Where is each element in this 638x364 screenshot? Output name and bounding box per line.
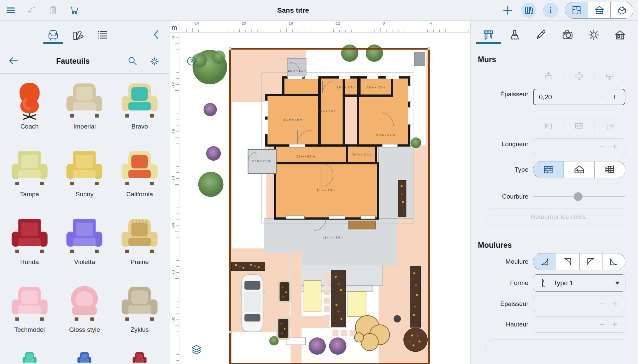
molding-thickness-field[interactable]: − +: [533, 296, 625, 312]
active-tab-underline: [43, 42, 63, 44]
anchor-left-button[interactable]: [533, 119, 564, 133]
info-icon: i: [546, 5, 556, 15]
wall-align-segment: [533, 69, 625, 83]
view-3d-button[interactable]: [610, 2, 633, 18]
search-icon: [127, 56, 138, 67]
molding-crown-right-button[interactable]: [556, 253, 579, 270]
chair-item[interactable]: Zyklus: [112, 280, 167, 347]
view-2d-plan-button[interactable]: [565, 2, 588, 18]
layers-button[interactable]: [191, 344, 202, 355]
molding-height-field[interactable]: − +: [533, 316, 625, 333]
molding-base-left-button[interactable]: [602, 253, 625, 270]
room-dimension-label: 4,9 m × 5,4 m: [317, 110, 336, 113]
wall-type-custom-button[interactable]: [594, 161, 625, 178]
inspector-tabbar: [471, 21, 638, 49]
chair-item[interactable]: Bravo: [112, 76, 167, 144]
length-decrement-button[interactable]: −: [596, 142, 608, 151]
chair-item[interactable]: Imperial: [57, 76, 112, 144]
chair-label: California: [126, 191, 153, 198]
chair-thumbnail: [7, 283, 52, 324]
chair-thumbnail: [7, 215, 52, 256]
cart-button[interactable]: [68, 4, 81, 17]
align-wall-top-button[interactable]: [533, 69, 564, 83]
walls-heading: Murs: [478, 55, 638, 64]
swatch-fan-icon: [71, 28, 84, 42]
align-wall-center-button[interactable]: [564, 69, 594, 83]
chair-label: Coach: [20, 123, 39, 130]
chair-label: Bravo: [131, 123, 148, 130]
wall-type-straight-button[interactable]: [533, 161, 564, 178]
align-wall-bottom-button[interactable]: [594, 69, 625, 83]
chair-thumbnail: [62, 215, 107, 256]
molding-shape-select[interactable]: Type 1: [533, 274, 625, 292]
vertical-ruler: -8-12-16-20-24-28-32: [169, 33, 179, 364]
list-tab[interactable]: [95, 26, 110, 44]
room-dimension-label: 9,1 m × 4,3 m: [316, 189, 335, 192]
length-increment-button[interactable]: +: [608, 142, 621, 151]
molding-height-decrement-button[interactable]: −: [596, 320, 608, 329]
chair-item[interactable]: Ronda: [2, 212, 57, 280]
document-title: Sans titre: [277, 0, 309, 21]
molding-position-segment: [533, 253, 625, 270]
chair-thumbnail: [7, 351, 52, 364]
plan-2d-icon: [571, 5, 582, 16]
thickness-decrement-button[interactable]: −: [595, 93, 608, 102]
molding-thickness-increment-button[interactable]: +: [608, 300, 621, 309]
library-button[interactable]: [521, 3, 536, 18]
catalog-settings-button[interactable]: [148, 55, 161, 68]
add-button[interactable]: [501, 4, 514, 17]
molding-thickness-decrement-button[interactable]: −: [596, 300, 608, 309]
sun-tab[interactable]: [585, 26, 603, 44]
chair-item[interactable]: Gloss style: [57, 280, 112, 347]
top-toolbar: Sans titre i: [0, 0, 638, 21]
molding-baseboard-button[interactable]: [533, 253, 556, 270]
undo-icon: [27, 5, 37, 16]
chair-label: Violetta: [74, 258, 95, 266]
chair-thumbnail: [62, 283, 107, 324]
curvature-slider[interactable]: [533, 192, 625, 201]
chair-label: Techmodel: [14, 326, 45, 333]
wall-thickness-field[interactable]: 0,20 − +: [533, 89, 625, 105]
floor-plan-viewport[interactable]: 4,1 m × 3,9 m4,9 m × 5,4 m1,8 m × 1,3 m1…: [179, 33, 470, 364]
help-button[interactable]: ?: [187, 56, 196, 66]
house-tab[interactable]: [611, 26, 629, 44]
anchor-center-button[interactable]: [564, 119, 594, 133]
molding-crown-left-button[interactable]: [579, 253, 602, 270]
molding-height-increment-button[interactable]: +: [608, 320, 621, 329]
pencil-tab[interactable]: [532, 26, 550, 44]
slider-thumb[interactable]: [574, 192, 583, 201]
furniture-tab[interactable]: [46, 26, 60, 44]
chair-thumbnail: [117, 283, 162, 324]
thickness-increment-button[interactable]: +: [608, 93, 621, 102]
chair-item[interactable]: Tampa: [2, 144, 57, 212]
room-dimension-label: 11,4 m × 9,6 m: [323, 236, 343, 239]
chair-item[interactable]: [2, 347, 57, 364]
clipped-bottom-button[interactable]: [485, 339, 631, 353]
measure-tab[interactable]: [479, 26, 497, 44]
catalog-tabbar: [0, 21, 169, 49]
chair-item[interactable]: Coach: [2, 76, 57, 144]
wall-type-gable-button[interactable]: [564, 161, 594, 178]
view-elevation-button[interactable]: [588, 2, 610, 18]
anchor-right-button[interactable]: [594, 119, 625, 133]
back-button[interactable]: [7, 55, 20, 68]
chair-item[interactable]: [112, 347, 167, 364]
chair-item[interactable]: [57, 347, 112, 364]
info-button[interactable]: i: [543, 3, 558, 18]
collapse-sidebar-button[interactable]: [151, 29, 162, 42]
wall-length-field[interactable]: − +: [533, 138, 625, 155]
search-button[interactable]: [126, 55, 139, 68]
chair-item[interactable]: California: [112, 144, 167, 212]
camera-tab[interactable]: [559, 26, 577, 44]
chair-item[interactable]: Violetta: [57, 212, 112, 280]
hamburger-menu-button[interactable]: [4, 4, 17, 17]
trash-button[interactable]: [47, 4, 60, 17]
chair-thumbnail: [117, 351, 162, 364]
chair-item[interactable]: Sunny: [57, 144, 112, 212]
chair-item[interactable]: Techmodel: [2, 280, 57, 347]
paint-tab[interactable]: [506, 26, 524, 44]
materials-tab[interactable]: [70, 26, 85, 44]
chair-item[interactable]: Prairie: [112, 212, 167, 280]
flip-sides-button[interactable]: Retourner les côtés: [485, 208, 631, 226]
undo-button[interactable]: [25, 4, 39, 17]
